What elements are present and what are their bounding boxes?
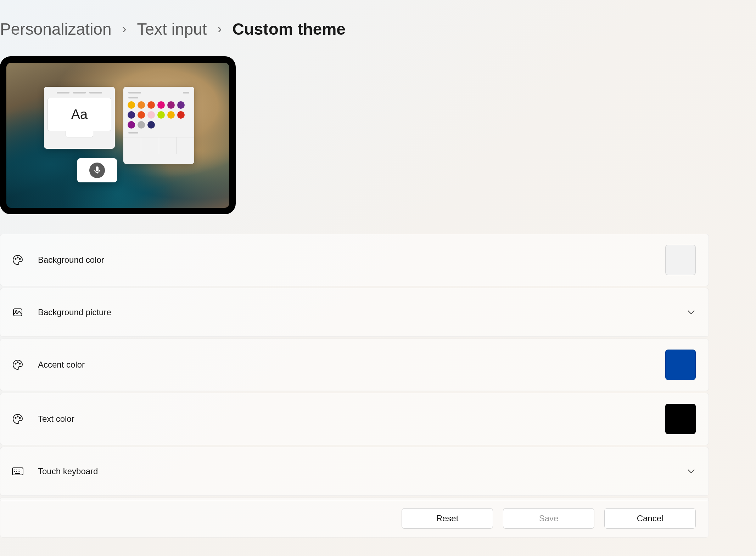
palette-icon	[12, 254, 24, 266]
text-color-swatch[interactable]	[665, 404, 696, 434]
palette-icon	[12, 359, 24, 371]
svg-point-4	[19, 259, 21, 260]
background-color-swatch[interactable]	[665, 245, 696, 275]
setting-accent-color[interactable]: Accent color	[0, 339, 709, 391]
settings-list: Background color Background picture	[0, 234, 709, 501]
svg-point-11	[17, 416, 18, 417]
svg-point-6	[16, 311, 17, 312]
svg-point-8	[17, 362, 18, 363]
button-bar: Reset Save Cancel	[0, 500, 709, 538]
svg-rect-0	[96, 166, 99, 171]
setting-background-color[interactable]: Background color	[0, 234, 709, 286]
breadcrumb-personalization[interactable]: Personalization	[0, 19, 112, 39]
keyboard-icon	[12, 465, 24, 477]
save-button[interactable]: Save	[503, 508, 594, 529]
setting-label: Touch keyboard	[38, 466, 687, 476]
preview-mic-card	[77, 158, 117, 182]
microphone-icon	[89, 163, 105, 178]
svg-point-9	[19, 363, 21, 364]
svg-point-10	[15, 418, 16, 419]
cancel-button[interactable]: Cancel	[604, 508, 696, 529]
preview-color-dots	[123, 98, 194, 129]
setting-label: Accent color	[38, 360, 665, 370]
svg-point-12	[19, 418, 21, 419]
setting-touch-keyboard[interactable]: Touch keyboard	[0, 447, 709, 496]
preview-emoji-card	[123, 87, 194, 164]
theme-preview: Aa	[0, 56, 236, 214]
setting-row-collapsed	[0, 498, 709, 501]
svg-point-7	[15, 363, 16, 364]
svg-rect-5	[13, 309, 22, 316]
breadcrumb: Personalization › Text input › Custom th…	[0, 19, 756, 39]
palette-icon	[12, 413, 24, 425]
setting-label: Text color	[38, 414, 665, 424]
reset-button[interactable]: Reset	[402, 508, 493, 529]
chevron-down-icon	[687, 308, 696, 317]
preview-keyboard-card: Aa	[44, 87, 115, 149]
setting-text-color[interactable]: Text color	[0, 393, 709, 445]
picture-icon	[12, 306, 24, 318]
setting-label: Background picture	[38, 307, 687, 317]
chevron-right-icon: ›	[217, 22, 222, 36]
preview-sample-text: Aa	[47, 98, 111, 131]
breadcrumb-text-input[interactable]: Text input	[137, 19, 207, 39]
breadcrumb-current: Custom theme	[232, 19, 345, 39]
chevron-right-icon: ›	[122, 22, 127, 36]
svg-point-3	[17, 257, 18, 258]
setting-background-picture[interactable]: Background picture	[0, 288, 709, 337]
setting-label: Background color	[38, 255, 665, 265]
svg-point-2	[15, 259, 16, 260]
chevron-down-icon	[687, 467, 696, 476]
accent-color-swatch[interactable]	[665, 350, 696, 380]
